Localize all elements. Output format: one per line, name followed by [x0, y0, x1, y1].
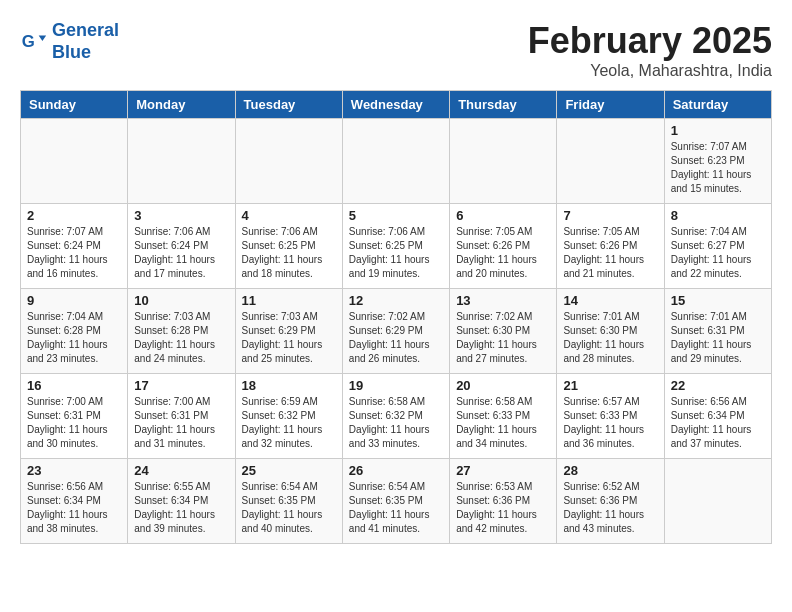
day-number: 9 [27, 293, 121, 308]
day-cell: 3Sunrise: 7:06 AM Sunset: 6:24 PM Daylig… [128, 204, 235, 289]
header-cell-sunday: Sunday [21, 91, 128, 119]
day-info: Sunrise: 7:05 AM Sunset: 6:26 PM Dayligh… [456, 225, 550, 281]
day-number: 20 [456, 378, 550, 393]
day-cell: 16Sunrise: 7:00 AM Sunset: 6:31 PM Dayli… [21, 374, 128, 459]
day-number: 12 [349, 293, 443, 308]
day-cell: 15Sunrise: 7:01 AM Sunset: 6:31 PM Dayli… [664, 289, 771, 374]
logo-line1: General [52, 20, 119, 40]
day-number: 15 [671, 293, 765, 308]
day-number: 13 [456, 293, 550, 308]
day-number: 17 [134, 378, 228, 393]
day-cell [128, 119, 235, 204]
day-info: Sunrise: 6:53 AM Sunset: 6:36 PM Dayligh… [456, 480, 550, 536]
header-cell-wednesday: Wednesday [342, 91, 449, 119]
day-cell: 20Sunrise: 6:58 AM Sunset: 6:33 PM Dayli… [450, 374, 557, 459]
day-cell: 24Sunrise: 6:55 AM Sunset: 6:34 PM Dayli… [128, 459, 235, 544]
week-row-2: 9Sunrise: 7:04 AM Sunset: 6:28 PM Daylig… [21, 289, 772, 374]
day-info: Sunrise: 7:00 AM Sunset: 6:31 PM Dayligh… [27, 395, 121, 451]
day-info: Sunrise: 7:02 AM Sunset: 6:30 PM Dayligh… [456, 310, 550, 366]
day-cell [235, 119, 342, 204]
day-cell: 28Sunrise: 6:52 AM Sunset: 6:36 PM Dayli… [557, 459, 664, 544]
header-cell-tuesday: Tuesday [235, 91, 342, 119]
day-info: Sunrise: 6:55 AM Sunset: 6:34 PM Dayligh… [134, 480, 228, 536]
day-cell: 12Sunrise: 7:02 AM Sunset: 6:29 PM Dayli… [342, 289, 449, 374]
day-info: Sunrise: 6:59 AM Sunset: 6:32 PM Dayligh… [242, 395, 336, 451]
day-number: 4 [242, 208, 336, 223]
day-info: Sunrise: 7:01 AM Sunset: 6:30 PM Dayligh… [563, 310, 657, 366]
day-cell: 4Sunrise: 7:06 AM Sunset: 6:25 PM Daylig… [235, 204, 342, 289]
day-cell: 11Sunrise: 7:03 AM Sunset: 6:29 PM Dayli… [235, 289, 342, 374]
day-info: Sunrise: 7:06 AM Sunset: 6:25 PM Dayligh… [242, 225, 336, 281]
day-cell: 10Sunrise: 7:03 AM Sunset: 6:28 PM Dayli… [128, 289, 235, 374]
day-cell [21, 119, 128, 204]
day-info: Sunrise: 7:00 AM Sunset: 6:31 PM Dayligh… [134, 395, 228, 451]
day-info: Sunrise: 6:58 AM Sunset: 6:32 PM Dayligh… [349, 395, 443, 451]
day-number: 22 [671, 378, 765, 393]
day-number: 1 [671, 123, 765, 138]
day-number: 16 [27, 378, 121, 393]
day-number: 23 [27, 463, 121, 478]
day-cell: 5Sunrise: 7:06 AM Sunset: 6:25 PM Daylig… [342, 204, 449, 289]
day-number: 2 [27, 208, 121, 223]
logo: G General Blue [20, 20, 119, 63]
day-info: Sunrise: 7:03 AM Sunset: 6:28 PM Dayligh… [134, 310, 228, 366]
day-info: Sunrise: 7:06 AM Sunset: 6:24 PM Dayligh… [134, 225, 228, 281]
day-cell: 9Sunrise: 7:04 AM Sunset: 6:28 PM Daylig… [21, 289, 128, 374]
logo-icon: G [20, 28, 48, 56]
day-number: 27 [456, 463, 550, 478]
svg-text:G: G [22, 31, 35, 50]
day-cell [342, 119, 449, 204]
day-info: Sunrise: 6:54 AM Sunset: 6:35 PM Dayligh… [349, 480, 443, 536]
header-cell-saturday: Saturday [664, 91, 771, 119]
day-info: Sunrise: 6:56 AM Sunset: 6:34 PM Dayligh… [27, 480, 121, 536]
day-cell: 7Sunrise: 7:05 AM Sunset: 6:26 PM Daylig… [557, 204, 664, 289]
day-number: 19 [349, 378, 443, 393]
day-info: Sunrise: 6:56 AM Sunset: 6:34 PM Dayligh… [671, 395, 765, 451]
day-info: Sunrise: 7:01 AM Sunset: 6:31 PM Dayligh… [671, 310, 765, 366]
day-number: 21 [563, 378, 657, 393]
month-title: February 2025 [528, 20, 772, 62]
day-number: 8 [671, 208, 765, 223]
day-info: Sunrise: 7:04 AM Sunset: 6:27 PM Dayligh… [671, 225, 765, 281]
page-header: G General Blue February 2025 Yeola, Maha… [20, 20, 772, 80]
subtitle: Yeola, Maharashtra, India [528, 62, 772, 80]
day-number: 3 [134, 208, 228, 223]
day-cell: 17Sunrise: 7:00 AM Sunset: 6:31 PM Dayli… [128, 374, 235, 459]
day-number: 5 [349, 208, 443, 223]
day-cell: 22Sunrise: 6:56 AM Sunset: 6:34 PM Dayli… [664, 374, 771, 459]
day-cell: 21Sunrise: 6:57 AM Sunset: 6:33 PM Dayli… [557, 374, 664, 459]
day-number: 25 [242, 463, 336, 478]
day-cell: 1Sunrise: 7:07 AM Sunset: 6:23 PM Daylig… [664, 119, 771, 204]
header-cell-friday: Friday [557, 91, 664, 119]
day-number: 11 [242, 293, 336, 308]
day-info: Sunrise: 6:57 AM Sunset: 6:33 PM Dayligh… [563, 395, 657, 451]
day-cell [557, 119, 664, 204]
day-cell: 27Sunrise: 6:53 AM Sunset: 6:36 PM Dayli… [450, 459, 557, 544]
header-cell-monday: Monday [128, 91, 235, 119]
day-cell: 18Sunrise: 6:59 AM Sunset: 6:32 PM Dayli… [235, 374, 342, 459]
day-cell: 2Sunrise: 7:07 AM Sunset: 6:24 PM Daylig… [21, 204, 128, 289]
week-row-0: 1Sunrise: 7:07 AM Sunset: 6:23 PM Daylig… [21, 119, 772, 204]
calendar-table: SundayMondayTuesdayWednesdayThursdayFrid… [20, 90, 772, 544]
header-cell-thursday: Thursday [450, 91, 557, 119]
logo-text: General Blue [52, 20, 119, 63]
day-cell: 26Sunrise: 6:54 AM Sunset: 6:35 PM Dayli… [342, 459, 449, 544]
svg-marker-1 [39, 35, 46, 41]
day-cell [450, 119, 557, 204]
day-number: 6 [456, 208, 550, 223]
title-block: February 2025 Yeola, Maharashtra, India [528, 20, 772, 80]
day-info: Sunrise: 7:07 AM Sunset: 6:24 PM Dayligh… [27, 225, 121, 281]
day-number: 18 [242, 378, 336, 393]
day-cell: 8Sunrise: 7:04 AM Sunset: 6:27 PM Daylig… [664, 204, 771, 289]
day-info: Sunrise: 6:54 AM Sunset: 6:35 PM Dayligh… [242, 480, 336, 536]
day-number: 7 [563, 208, 657, 223]
header-row: SundayMondayTuesdayWednesdayThursdayFrid… [21, 91, 772, 119]
day-info: Sunrise: 7:03 AM Sunset: 6:29 PM Dayligh… [242, 310, 336, 366]
day-info: Sunrise: 6:52 AM Sunset: 6:36 PM Dayligh… [563, 480, 657, 536]
day-number: 26 [349, 463, 443, 478]
day-info: Sunrise: 7:04 AM Sunset: 6:28 PM Dayligh… [27, 310, 121, 366]
day-number: 24 [134, 463, 228, 478]
day-cell: 23Sunrise: 6:56 AM Sunset: 6:34 PM Dayli… [21, 459, 128, 544]
day-info: Sunrise: 6:58 AM Sunset: 6:33 PM Dayligh… [456, 395, 550, 451]
week-row-1: 2Sunrise: 7:07 AM Sunset: 6:24 PM Daylig… [21, 204, 772, 289]
